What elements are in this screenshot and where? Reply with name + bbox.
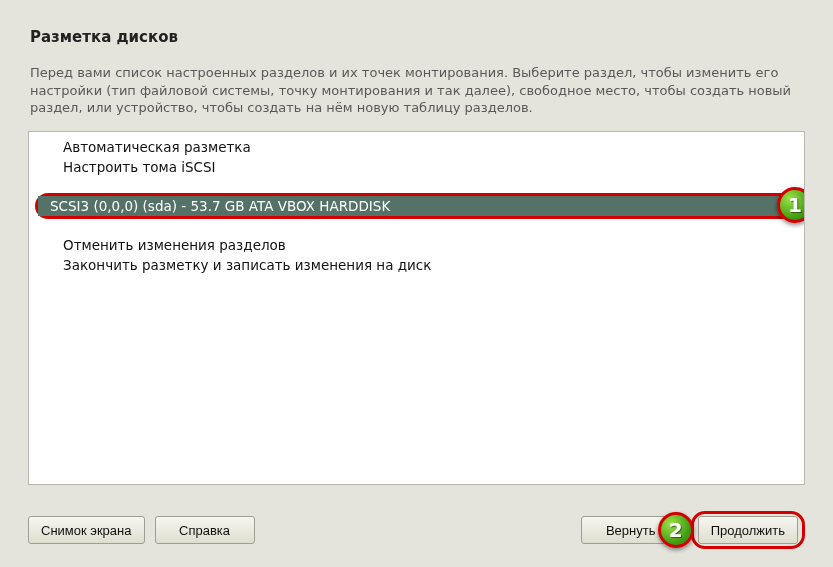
continue-button[interactable]: Продолжить <box>698 516 798 544</box>
callout-badge-1: 1 <box>777 187 805 223</box>
callout-highlight-1: SCSI3 (0,0,0) (sda) - 53.7 GB ATA VBOX H… <box>35 193 798 219</box>
spacer <box>29 177 804 193</box>
help-button[interactable]: Справка <box>155 516 255 544</box>
item-finish-write[interactable]: Закончить разметку и записать изменения … <box>29 255 804 275</box>
item-configure-iscsi[interactable]: Настроить тома iSCSI <box>29 157 804 177</box>
callout-highlight-2: Продолжить 2 <box>691 511 805 549</box>
item-disk-sda[interactable]: SCSI3 (0,0,0) (sda) - 53.7 GB ATA VBOX H… <box>38 196 795 216</box>
item-undo-changes[interactable]: Отменить изменения разделов <box>29 235 804 255</box>
partition-window: Разметка дисков Перед вами список настро… <box>0 0 833 567</box>
partition-list: Автоматическая разметка Настроить тома i… <box>28 131 805 485</box>
callout-badge-2: 2 <box>658 512 694 548</box>
item-auto-partition[interactable]: Автоматическая разметка <box>29 132 804 157</box>
button-row: Снимок экрана Справка Вернуть Продолжить… <box>22 511 811 549</box>
spacer <box>29 219 804 235</box>
screenshot-button[interactable]: Снимок экрана <box>28 516 145 544</box>
page-title: Разметка дисков <box>30 28 811 46</box>
page-description: Перед вами список настроенных разделов и… <box>30 64 803 117</box>
